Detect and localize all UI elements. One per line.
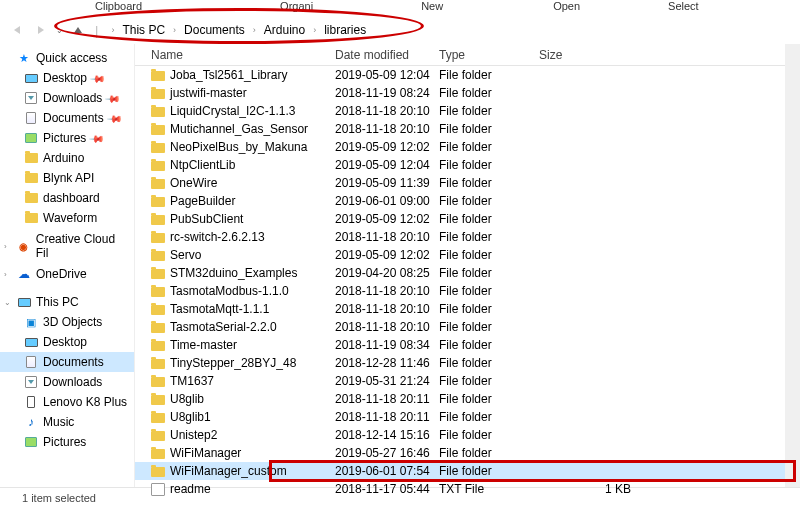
file-row[interactable]: Mutichannel_Gas_Sensor2018-11-18 20:10Fi… — [135, 120, 800, 138]
nav-documents2[interactable]: Documents — [0, 352, 134, 372]
file-type: File folder — [439, 302, 539, 316]
nav-music[interactable]: ♪Music — [0, 412, 134, 432]
file-row[interactable]: TasmotaSerial-2.2.02018-11-18 20:10File … — [135, 318, 800, 336]
file-row[interactable]: Unistep22018-12-14 15:16File folder — [135, 426, 800, 444]
file-date: 2018-11-18 20:11 — [335, 410, 439, 424]
header-size[interactable]: Size — [539, 48, 639, 62]
file-row[interactable]: Joba_Tsl2561_Library2019-05-09 12:04File… — [135, 66, 800, 84]
nav-history[interactable]: ⌄ — [56, 26, 63, 35]
file-row[interactable]: NeoPixelBus_by_Makuna2019-05-09 12:02Fil… — [135, 138, 800, 156]
chevron-right-icon: › — [250, 24, 259, 36]
file-row[interactable]: WiFiManager_custom2019-06-01 07:54File f… — [135, 462, 800, 480]
file-row[interactable]: WiFiManager2019-05-27 16:46File folder — [135, 444, 800, 462]
nav-creative-cloud[interactable]: ›◉Creative Cloud Fil — [0, 236, 134, 256]
file-row[interactable]: PageBuilder2019-06-01 09:00File folder — [135, 192, 800, 210]
nav-waveform[interactable]: Waveform — [0, 208, 134, 228]
nav-pictures[interactable]: Pictures📌 — [0, 128, 134, 148]
breadcrumb[interactable]: › This PC › Documents › Arduino › librar… — [106, 20, 371, 40]
folder-icon — [151, 359, 165, 369]
nav-documents[interactable]: Documents📌 — [0, 108, 134, 128]
nav-forward[interactable] — [32, 21, 50, 39]
nav-desktop2[interactable]: Desktop — [0, 332, 134, 352]
nav-dashboard[interactable]: dashboard — [0, 188, 134, 208]
file-row[interactable]: TM16372019-05-31 21:24File folder — [135, 372, 800, 390]
file-row[interactable]: OneWire2019-05-09 11:39File folder — [135, 174, 800, 192]
file-type: File folder — [439, 464, 539, 478]
file-date: 2018-11-18 20:10 — [335, 284, 439, 298]
header-name[interactable]: Name — [135, 48, 335, 62]
file-type: File folder — [439, 194, 539, 208]
nav-lenovo[interactable]: Lenovo K8 Plus — [0, 392, 134, 412]
file-row[interactable]: STM32duino_Examples2019-04-20 08:25File … — [135, 264, 800, 282]
file-name: Mutichannel_Gas_Sensor — [170, 122, 308, 136]
file-date: 2018-12-14 15:16 — [335, 428, 439, 442]
file-row[interactable]: justwifi-master2018-11-19 08:24File fold… — [135, 84, 800, 102]
file-date: 2019-05-09 12:02 — [335, 212, 439, 226]
file-name: OneWire — [170, 176, 217, 190]
nav-pictures2[interactable]: Pictures — [0, 432, 134, 452]
file-row[interactable]: TinyStepper_28BYJ_482018-12-28 11:46File… — [135, 354, 800, 372]
file-type: File folder — [439, 446, 539, 460]
file-name: Time-master — [170, 338, 237, 352]
file-date: 2019-06-01 07:54 — [335, 464, 439, 478]
nav-onedrive[interactable]: ›☁OneDrive — [0, 264, 134, 284]
folder-icon — [151, 197, 165, 207]
file-date: 2018-11-18 20:10 — [335, 302, 439, 316]
nav-up[interactable] — [69, 21, 87, 39]
file-date: 2019-05-09 12:02 — [335, 248, 439, 262]
file-row[interactable]: NtpClientLib2019-05-09 12:04File folder — [135, 156, 800, 174]
nav-thispc[interactable]: ⌄This PC — [0, 292, 134, 312]
ribbon-tabs: Clipboard Organi New Open Select — [0, 0, 800, 16]
column-headers: Name Date modified Type Size — [135, 44, 800, 66]
file-row[interactable]: TasmotaModbus-1.1.02018-11-18 20:10File … — [135, 282, 800, 300]
nav-quick-access[interactable]: ★Quick access — [0, 48, 134, 68]
nav-downloads2[interactable]: Downloads — [0, 372, 134, 392]
crumb-libraries[interactable]: libraries — [321, 22, 369, 38]
nav-back[interactable] — [8, 21, 26, 39]
nav-3dobjects[interactable]: ▣3D Objects — [0, 312, 134, 332]
file-date: 2019-05-09 12:04 — [335, 158, 439, 172]
file-type: File folder — [439, 410, 539, 424]
file-row[interactable]: Time-master2018-11-19 08:34File folder — [135, 336, 800, 354]
chevron-right-icon: › — [310, 24, 319, 36]
chevron-right-icon: › — [170, 24, 179, 36]
header-date[interactable]: Date modified — [335, 48, 439, 62]
file-date: 2018-12-28 11:46 — [335, 356, 439, 370]
file-list: Name Date modified Type Size Joba_Tsl256… — [135, 44, 800, 487]
file-row[interactable]: PubSubClient2019-05-09 12:02File folder — [135, 210, 800, 228]
file-name: TinyStepper_28BYJ_48 — [170, 356, 296, 370]
file-date: 2018-11-18 20:10 — [335, 230, 439, 244]
file-date: 2019-05-27 16:46 — [335, 446, 439, 460]
file-row[interactable]: rc-switch-2.6.2.132018-11-18 20:10File f… — [135, 228, 800, 246]
nav-pane: ★Quick access Desktop📌 Downloads📌 Docume… — [0, 44, 135, 487]
nav-blynk[interactable]: Blynk API — [0, 168, 134, 188]
folder-icon — [151, 269, 165, 279]
file-type: File folder — [439, 104, 539, 118]
nav-downloads[interactable]: Downloads📌 — [0, 88, 134, 108]
folder-icon — [151, 431, 165, 441]
crumb-documents[interactable]: Documents — [181, 22, 248, 38]
file-row[interactable]: LiquidCrystal_I2C-1.1.32018-11-18 20:10F… — [135, 102, 800, 120]
file-type: File folder — [439, 158, 539, 172]
file-type: TXT File — [439, 482, 539, 496]
scrollbar-vertical[interactable] — [785, 44, 800, 487]
file-row[interactable]: TasmotaMqtt-1.1.12018-11-18 20:10File fo… — [135, 300, 800, 318]
nav-arduino[interactable]: Arduino — [0, 148, 134, 168]
file-row[interactable]: Servo2019-05-09 12:02File folder — [135, 246, 800, 264]
file-name: NtpClientLib — [170, 158, 235, 172]
crumb-thispc[interactable]: This PC — [119, 22, 168, 38]
folder-icon — [151, 233, 165, 243]
folder-icon — [151, 377, 165, 387]
nav-desktop[interactable]: Desktop📌 — [0, 68, 134, 88]
file-row[interactable]: U8glib2018-11-18 20:11File folder — [135, 390, 800, 408]
folder-icon — [151, 215, 165, 225]
file-row[interactable]: readme2018-11-17 05:44TXT File1 KB — [135, 480, 800, 498]
ribbon-organize: Organi — [280, 0, 313, 12]
header-type[interactable]: Type — [439, 48, 539, 62]
crumb-arduino[interactable]: Arduino — [261, 22, 308, 38]
file-row[interactable]: U8glib12018-11-18 20:11File folder — [135, 408, 800, 426]
file-name: LiquidCrystal_I2C-1.1.3 — [170, 104, 295, 118]
file-name: TM1637 — [170, 374, 214, 388]
file-name: STM32duino_Examples — [170, 266, 297, 280]
file-type: File folder — [439, 140, 539, 154]
